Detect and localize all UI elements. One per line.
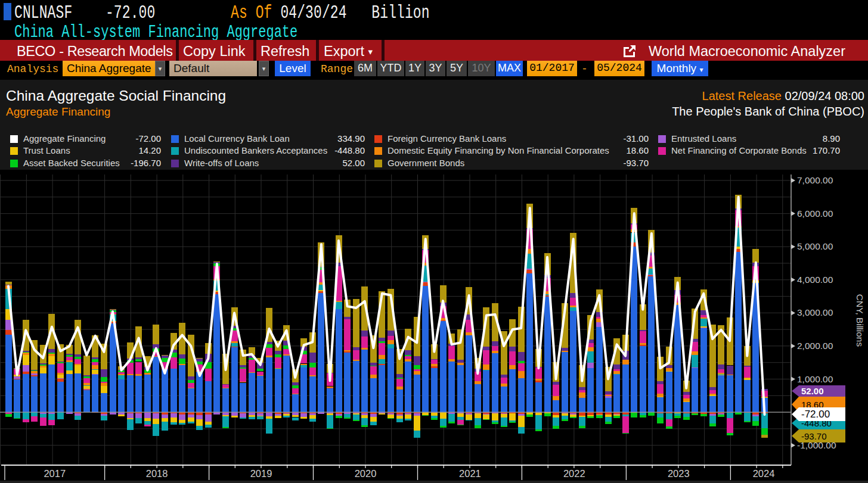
svg-text:2019: 2019: [250, 468, 272, 479]
svg-text:52.00: 52.00: [801, 386, 824, 396]
svg-text:2017: 2017: [44, 468, 66, 479]
svg-text:4,000.00: 4,000.00: [797, 275, 833, 285]
svg-text:7,000.00: 7,000.00: [797, 175, 833, 185]
svg-text:2021: 2021: [459, 468, 481, 479]
svg-text:-93.70: -93.70: [801, 431, 827, 441]
svg-text:2022: 2022: [563, 468, 585, 479]
svg-text:-72.00: -72.00: [801, 409, 830, 420]
svg-text:2,000.00: 2,000.00: [797, 341, 833, 351]
svg-text:5,000.00: 5,000.00: [797, 241, 833, 251]
svg-text:2023: 2023: [668, 468, 690, 479]
svg-text:2018: 2018: [146, 468, 168, 479]
svg-text:2020: 2020: [355, 468, 377, 479]
svg-text:1,000.00: 1,000.00: [797, 374, 833, 384]
svg-text:6,000.00: 6,000.00: [797, 208, 833, 219]
svg-text:CNY, Billions: CNY, Billions: [855, 294, 865, 347]
svg-text:3,000.00: 3,000.00: [797, 307, 833, 317]
svg-text:2024: 2024: [753, 468, 775, 479]
